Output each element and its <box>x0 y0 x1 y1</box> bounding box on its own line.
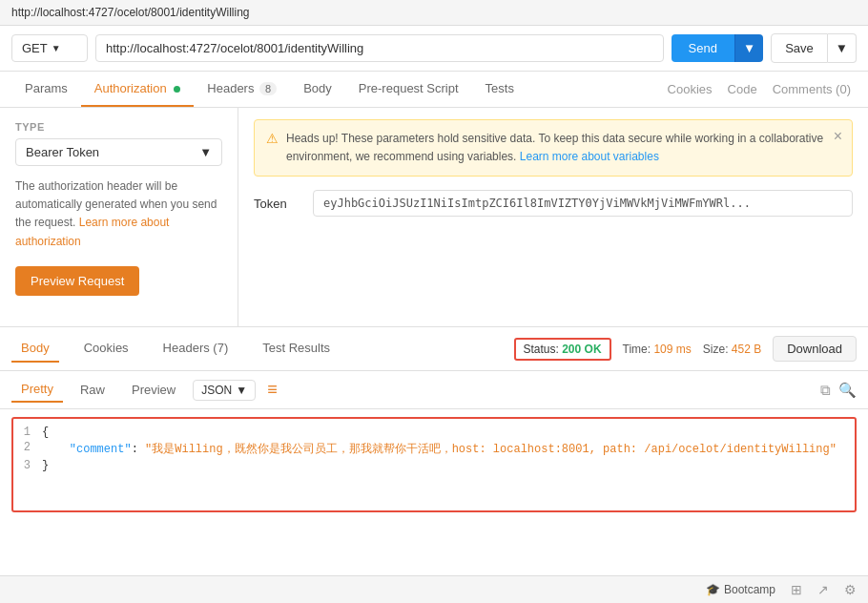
line-num-3: 3 <box>13 459 42 472</box>
format-select[interactable]: JSON ▼ <box>193 380 256 401</box>
code-tab-preview[interactable]: Preview <box>122 378 185 402</box>
method-value: GET <box>22 41 48 55</box>
bootcamp-link[interactable]: 🎓 Bootcamp <box>706 583 775 596</box>
code-panel: 1 { 2 "comment": "我是Willing，既然你是我公司员工，那我… <box>11 417 857 512</box>
send-button[interactable]: Send <box>672 34 734 62</box>
line-content-3: } <box>42 459 855 472</box>
tab-authorization[interactable]: Authorization <box>81 72 195 107</box>
headers-badge: 8 <box>259 82 277 95</box>
type-select[interactable]: Bearer Token ▼ <box>15 138 222 166</box>
code-format-bar: Pretty Raw Preview JSON ▼ ≡ ⧉ 🔍 <box>0 371 868 409</box>
tab-comments-link[interactable]: Comments (0) <box>767 73 857 106</box>
tab-cookies-link[interactable]: Cookies <box>662 73 718 106</box>
auth-left-panel: TYPE Bearer Token ▼ The authorization he… <box>0 108 238 326</box>
tab-body[interactable]: Body <box>290 72 345 107</box>
line-num-1: 1 <box>13 426 42 439</box>
bootcamp-icon: 🎓 <box>706 583 720 596</box>
time-stat: Time: 109 ms <box>623 343 692 356</box>
request-tabs: Params Authorization Headers 8 Body Pre-… <box>0 72 868 108</box>
tab-tests[interactable]: Tests <box>472 72 527 107</box>
auth-description: The authorization header will be automat… <box>15 177 222 251</box>
format-chevron-icon: ▼ <box>236 384 247 397</box>
size-stat: Size: 452 B <box>703 343 761 356</box>
token-input[interactable] <box>313 190 853 217</box>
alert-text: Heads up! These parameters hold sensitiv… <box>286 130 840 166</box>
download-button[interactable]: Download <box>773 336 857 362</box>
bottom-bar: 🎓 Bootcamp ⊞ ↗ ⚙ <box>0 575 868 603</box>
title-bar: http://localhost:4727/ocelot/8001/identi… <box>0 0 868 26</box>
url-bar: GET ▼ Send ▼ Save ▼ <box>0 26 868 72</box>
response-stats: Status: 200 OK Time: 109 ms Size: 452 B … <box>514 336 858 362</box>
code-actions: ⧉ 🔍 <box>820 382 857 399</box>
preview-request-button[interactable]: Preview Request <box>15 266 139 296</box>
tab-code-link[interactable]: Code <box>722 73 763 106</box>
type-value: Bearer Token <box>26 145 99 159</box>
code-line-3: 3 } <box>13 458 855 473</box>
code-line-1: 1 { <box>13 425 855 440</box>
type-chevron-icon: ▼ <box>199 145 212 159</box>
tab-headers[interactable]: Headers 8 <box>194 72 290 107</box>
alert-icon: ⚠ <box>266 131 279 146</box>
auth-right-panel: ⚠ Heads up! These parameters hold sensit… <box>238 108 868 326</box>
save-button[interactable]: Save <box>771 33 828 63</box>
send-dropdown-button[interactable]: ▼ <box>734 34 763 62</box>
status-label: Status: <box>524 343 563 356</box>
size-value: 452 B <box>732 343 761 356</box>
title-text: http://localhost:4727/ocelot/8001/identi… <box>11 6 250 19</box>
format-value: JSON <box>201 384 232 397</box>
tab-prerequest[interactable]: Pre-request Script <box>345 72 472 107</box>
status-badge: Status: 200 OK <box>514 338 611 361</box>
method-select[interactable]: GET ▼ <box>11 34 88 62</box>
type-label: TYPE <box>15 121 222 133</box>
search-icon[interactable]: 🔍 <box>838 382 857 399</box>
line-content-1: { <box>42 426 855 439</box>
resp-tab-headers[interactable]: Headers (7) <box>154 335 238 363</box>
tab-right-actions: Cookies Code Comments (0) <box>662 73 857 106</box>
response-bar: Body Cookies Headers (7) Test Results St… <box>0 327 868 371</box>
authorization-active-dot <box>174 86 180 93</box>
copy-icon[interactable]: ⧉ <box>820 382 831 399</box>
alert-box: ⚠ Heads up! These parameters hold sensit… <box>254 119 853 177</box>
code-line-2: 2 "comment": "我是Willing，既然你是我公司员工，那我就帮你干… <box>13 440 855 458</box>
alert-learn-link[interactable]: Learn more about variables <box>520 150 659 163</box>
resp-tab-testresults[interactable]: Test Results <box>253 335 340 363</box>
time-value: 109 ms <box>653 343 691 356</box>
share-icon[interactable]: ↗ <box>817 582 829 597</box>
token-label: Token <box>254 197 301 211</box>
resp-tab-body[interactable]: Body <box>11 335 59 363</box>
grid-icon[interactable]: ⊞ <box>791 582 802 597</box>
save-dropdown-button[interactable]: ▼ <box>828 33 857 63</box>
tab-params[interactable]: Params <box>11 72 81 107</box>
line-content-2: "comment": "我是Willing，既然你是我公司员工，那我就帮你干活吧… <box>42 441 855 457</box>
token-row: Token <box>254 190 853 217</box>
code-val-comment: "我是Willing，既然你是我公司员工，那我就帮你干活吧，host: loca… <box>145 443 837 456</box>
url-input[interactable] <box>95 34 664 62</box>
alert-close-button[interactable]: × <box>834 128 842 145</box>
method-chevron-icon: ▼ <box>52 43 61 53</box>
status-value: 200 OK <box>562 343 601 356</box>
main-panel: TYPE Bearer Token ▼ The authorization he… <box>0 108 868 327</box>
line-num-2: 2 <box>13 441 42 457</box>
resp-tab-cookies[interactable]: Cookies <box>74 335 138 363</box>
settings-icon[interactable]: ⚙ <box>844 582 857 597</box>
bootcamp-label: Bootcamp <box>724 583 775 596</box>
wrap-button[interactable]: ≡ <box>267 380 278 400</box>
code-tab-pretty[interactable]: Pretty <box>11 377 63 403</box>
code-key-comment: "comment" <box>70 443 132 456</box>
code-tab-raw[interactable]: Raw <box>71 378 114 402</box>
